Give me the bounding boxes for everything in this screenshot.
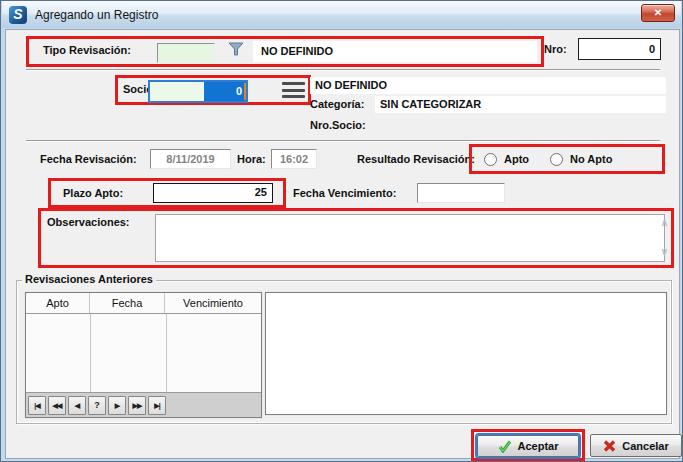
observaciones-textarea[interactable] — [155, 214, 665, 262]
funnel-filter-icon[interactable] — [228, 42, 244, 59]
fecha-vencimiento-label: Fecha Vencimiento: — [293, 187, 396, 199]
revisaciones-anteriores-group: Apto Fecha Vencimiento |◀ ◀◀ ◀ ? ▶ ▶▶ ▶| — [16, 280, 672, 424]
historial-table-header: Apto Fecha Vencimiento — [26, 293, 261, 314]
window-title: Agregando un Registro — [35, 8, 158, 22]
nav-next-page-button[interactable]: ▶▶ — [128, 396, 146, 415]
radio-apto-label: Apto — [504, 153, 529, 165]
fecha-revisacion-input[interactable]: 8/11/2019 — [150, 149, 231, 169]
record-navigator: |◀ ◀◀ ◀ ? ▶ ▶▶ ▶| — [26, 392, 261, 417]
annotation-resultado: Apto No Apto — [469, 144, 665, 174]
column-header-apto: Apto — [26, 293, 90, 313]
scroll-down-icon[interactable]: ∨ — [661, 247, 668, 257]
nav-prior-page-button[interactable]: ◀◀ — [48, 396, 66, 415]
hora-input[interactable]: 16:02 — [271, 149, 317, 169]
fecha-revisacion-label: Fecha Revisación: — [40, 153, 137, 165]
plazo-apto-input[interactable]: 25 — [153, 183, 273, 203]
nav-first-button[interactable]: |◀ — [28, 396, 46, 415]
annotation-observaciones: Observaciones: ∧ ∨ — [38, 208, 674, 268]
nav-next-button[interactable]: ▶ — [108, 396, 126, 415]
annotation-plazo-apto: Plazo Apto: 25 — [48, 178, 286, 208]
tipo-revisacion-display: NO DEFINIDO — [253, 41, 537, 62]
radio-apto[interactable] — [484, 153, 497, 166]
radio-no-apto[interactable] — [550, 153, 563, 166]
socio-input[interactable]: 0 — [148, 80, 248, 103]
text-caret — [244, 83, 246, 100]
dialog-window: S Agregando un Registro ✕ Tipo Revisació… — [0, 0, 683, 462]
accept-button-label: Aceptar — [518, 440, 559, 452]
categoria-label: Categoría: — [310, 98, 364, 110]
scroll-up-icon[interactable]: ∧ — [661, 218, 668, 228]
annotation-tipo-revisacion: Tipo Revisación: NO DEFINIDO — [26, 36, 544, 67]
radio-no-apto-label: No Apto — [570, 153, 612, 165]
nro-socio-label: Nro.Socio: — [310, 119, 366, 131]
historial-table-body — [26, 314, 261, 392]
cancel-button[interactable]: Cancelar — [590, 434, 682, 457]
historial-detail-panel — [265, 292, 667, 415]
divider — [26, 69, 660, 71]
nav-prior-button[interactable]: ◀ — [68, 396, 86, 415]
dialog-client-area: Tipo Revisación: NO DEFINIDO Nro: 0 Soci… — [5, 29, 680, 459]
historial-table[interactable]: Apto Fecha Vencimiento |◀ ◀◀ ◀ ? ▶ ▶▶ ▶| — [25, 292, 262, 418]
nro-label: Nro: — [544, 43, 567, 55]
app-logo-icon: S — [9, 6, 27, 24]
title-bar[interactable]: S Agregando un Registro ✕ — [2, 1, 681, 28]
fecha-vencimiento-input[interactable] — [417, 183, 505, 203]
x-icon — [603, 440, 616, 452]
tipo-revisacion-label: Tipo Revisación: — [43, 44, 131, 56]
close-icon[interactable]: ✕ — [641, 4, 675, 22]
divider — [26, 140, 660, 142]
observaciones-label: Observaciones: — [47, 216, 130, 228]
annotation-aceptar: Aceptar — [471, 429, 585, 461]
column-header-vencimiento: Vencimiento — [165, 293, 261, 313]
column-header-fecha: Fecha — [90, 293, 165, 313]
revisaciones-anteriores-title: Revisaciones Anteriores — [22, 273, 156, 285]
plazo-apto-label: Plazo Apto: — [63, 187, 123, 199]
cancel-button-label: Cancelar — [622, 440, 668, 452]
nav-search-button[interactable]: ? — [88, 396, 106, 415]
categoria-display: SIN CATEGORIZAR — [375, 96, 666, 113]
check-icon — [498, 440, 512, 453]
annotation-socio: Socio: 0 — [115, 75, 311, 105]
hamburger-menu-icon[interactable] — [282, 82, 305, 98]
tipo-revisacion-input[interactable] — [157, 43, 215, 63]
accept-button[interactable]: Aceptar — [477, 435, 579, 457]
nav-last-button[interactable]: ▶| — [148, 396, 166, 415]
hora-label: Hora: — [237, 153, 266, 165]
socio-input-selection: 0 — [204, 82, 246, 101]
socio-name-display: NO DEFINIDO — [310, 77, 666, 94]
nro-input[interactable]: 0 — [578, 38, 661, 60]
resultado-revisacion-label: Resultado Revisación: — [357, 153, 475, 165]
